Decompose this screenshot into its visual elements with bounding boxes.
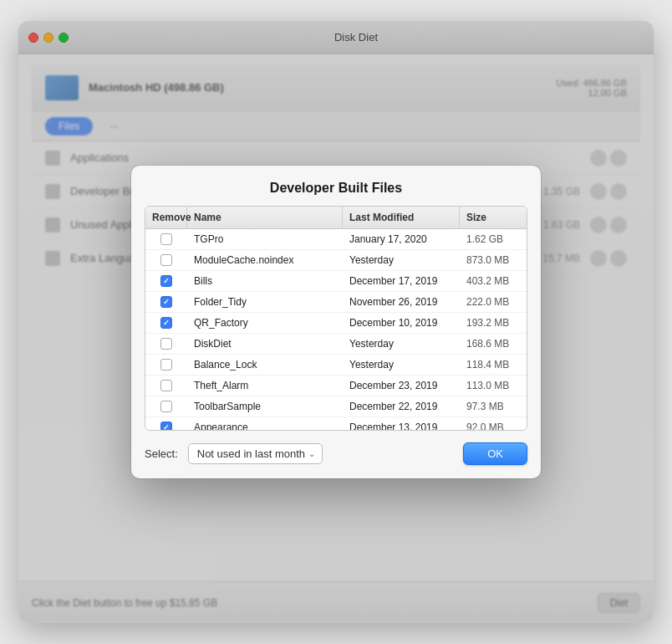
file-table: Remove Name Last Modified Size TGProJanu… xyxy=(145,206,527,431)
td-checkbox xyxy=(145,334,187,354)
td-checkbox xyxy=(145,229,187,249)
td-modified: January 17, 2020 xyxy=(343,229,460,249)
col-size: Size xyxy=(460,207,527,228)
file-checkbox-6[interactable] xyxy=(160,359,172,371)
chevron-down-icon: ⌄ xyxy=(308,449,315,458)
td-filename: Balance_Lock xyxy=(187,355,343,375)
td-modified: Yesterday xyxy=(343,334,460,354)
td-size: 403.2 MB xyxy=(460,271,527,291)
table-row: Theft_AlarmDecember 23, 2019113.0 MB xyxy=(145,376,527,396)
td-filename: DiskDiet xyxy=(187,334,343,354)
select-label: Select: xyxy=(145,447,178,460)
td-size: 113.0 MB xyxy=(460,376,527,396)
file-checkbox-1[interactable] xyxy=(160,254,172,266)
table-row: ModuleCache.noindexYesterday873.0 MB xyxy=(145,250,527,271)
td-filename: ModuleCache.noindex xyxy=(187,250,343,270)
file-checkbox-4[interactable] xyxy=(160,317,172,329)
select-dropdown[interactable]: Not used in last month ⌄ xyxy=(188,443,323,464)
td-size: 222.0 MB xyxy=(460,292,527,312)
td-checkbox xyxy=(145,396,187,417)
col-modified: Last Modified xyxy=(343,207,460,228)
table-row: AppearanceDecember 13, 201992.0 MB xyxy=(145,417,527,430)
td-size: 168.6 MB xyxy=(460,334,527,354)
file-checkbox-8[interactable] xyxy=(160,401,172,412)
table-row: DiskDietYesterday168.6 MB xyxy=(145,334,527,355)
table-row: Folder_TidyNovember 26, 2019222.0 MB xyxy=(145,292,527,313)
file-checkbox-2[interactable] xyxy=(160,275,172,287)
td-modified: December 22, 2019 xyxy=(343,396,460,417)
td-filename: Bills xyxy=(187,271,343,291)
table-row: Balance_LockYesterday118.4 MB xyxy=(145,355,527,376)
td-filename: TGPro xyxy=(187,229,343,249)
td-checkbox xyxy=(145,417,187,430)
table-body: TGProJanuary 17, 20201.62 GBModuleCache.… xyxy=(145,229,527,430)
ok-button[interactable]: OK xyxy=(463,442,527,465)
file-checkbox-0[interactable] xyxy=(160,233,172,245)
file-checkbox-3[interactable] xyxy=(160,296,172,308)
col-remove: Remove xyxy=(145,207,187,228)
modal-title: Developer Built Files xyxy=(270,181,402,195)
table-header: Remove Name Last Modified Size xyxy=(145,207,527,229)
td-checkbox xyxy=(145,292,187,312)
modal-footer: Select: Not used in last month ⌄ OK xyxy=(131,431,541,478)
dropdown-value: Not used in last month xyxy=(197,447,305,460)
table-row: QR_FactoryDecember 10, 2019193.2 MB xyxy=(145,313,527,334)
table-row: BillsDecember 17, 2019403.2 MB xyxy=(145,271,527,292)
td-modified: December 17, 2019 xyxy=(343,271,460,291)
td-size: 193.2 MB xyxy=(460,313,527,333)
td-size: 873.0 MB xyxy=(460,250,527,270)
file-checkbox-7[interactable] xyxy=(160,380,172,391)
td-checkbox xyxy=(145,313,187,333)
file-checkbox-9[interactable] xyxy=(160,422,172,430)
modal-title-bar: Developer Built Files xyxy=(131,166,541,206)
td-checkbox xyxy=(145,271,187,291)
td-modified: Yesterday xyxy=(343,250,460,270)
td-size: 1.62 GB xyxy=(460,229,527,249)
td-filename: Folder_Tidy xyxy=(187,292,343,312)
file-checkbox-5[interactable] xyxy=(160,338,172,350)
table-row: TGProJanuary 17, 20201.62 GB xyxy=(145,229,527,250)
td-size: 92.0 MB xyxy=(460,417,527,430)
td-filename: ToolbarSample xyxy=(187,396,343,417)
table-row: ToolbarSampleDecember 22, 201997.3 MB xyxy=(145,396,527,417)
td-size: 97.3 MB xyxy=(460,396,527,417)
td-checkbox xyxy=(145,355,187,375)
td-modified: December 23, 2019 xyxy=(343,376,460,396)
td-modified: November 26, 2019 xyxy=(343,292,460,312)
td-checkbox xyxy=(145,250,187,270)
col-name: Name xyxy=(187,207,343,228)
td-checkbox xyxy=(145,376,187,396)
td-filename: Appearance xyxy=(187,417,343,430)
td-modified: Yesterday xyxy=(343,355,460,375)
td-filename: QR_Factory xyxy=(187,313,343,333)
modal-dialog: Developer Built Files Remove Name Last M… xyxy=(131,166,541,478)
td-size: 118.4 MB xyxy=(460,355,527,375)
td-filename: Theft_Alarm xyxy=(187,376,343,396)
app-window: Disk Diet Macintosh HD (498.86 GB) Used:… xyxy=(18,21,654,623)
modal-overlay: Developer Built Files Remove Name Last M… xyxy=(18,21,654,623)
td-modified: December 10, 2019 xyxy=(343,313,460,333)
td-modified: December 13, 2019 xyxy=(343,417,460,430)
